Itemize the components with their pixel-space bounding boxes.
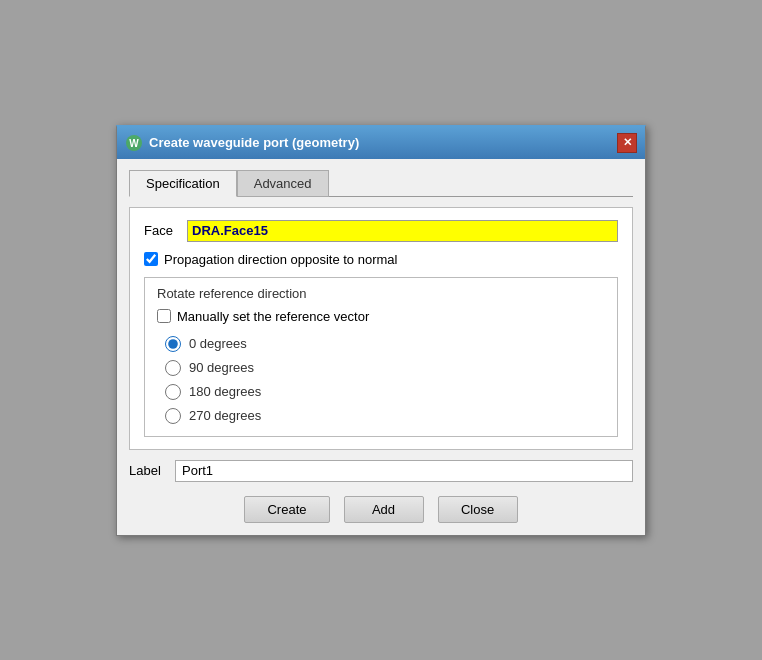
add-button[interactable]: Add — [344, 496, 424, 523]
label-field-input[interactable] — [175, 460, 633, 482]
face-row: Face — [144, 220, 618, 242]
radio-row-180deg: 180 degrees — [165, 384, 605, 400]
rotate-group-title: Rotate reference direction — [157, 286, 605, 301]
radio-90deg-label: 90 degrees — [189, 360, 254, 375]
radio-row-90deg: 90 degrees — [165, 360, 605, 376]
radio-options: 0 degrees 90 degrees 180 degrees 270 deg… — [157, 336, 605, 424]
radio-row-0deg: 0 degrees — [165, 336, 605, 352]
create-button[interactable]: Create — [244, 496, 329, 523]
close-button[interactable]: Close — [438, 496, 518, 523]
dialog-body: Specification Advanced Face Propagation … — [117, 159, 645, 535]
manual-checkbox-row: Manually set the reference vector — [157, 309, 605, 324]
radio-180deg-label: 180 degrees — [189, 384, 261, 399]
app-icon: W — [125, 134, 143, 152]
content-area: Face Propagation direction opposite to n… — [129, 207, 633, 450]
label-field-label: Label — [129, 463, 167, 478]
radio-270deg-label: 270 degrees — [189, 408, 261, 423]
close-window-button[interactable]: ✕ — [617, 133, 637, 153]
face-input[interactable] — [187, 220, 618, 242]
radio-180deg[interactable] — [165, 384, 181, 400]
face-label: Face — [144, 223, 179, 238]
title-bar-left: W Create waveguide port (geometry) — [125, 134, 359, 152]
manual-checkbox-label: Manually set the reference vector — [177, 309, 369, 324]
svg-text:W: W — [129, 138, 139, 149]
propagation-checkbox[interactable] — [144, 252, 158, 266]
radio-270deg[interactable] — [165, 408, 181, 424]
propagation-label: Propagation direction opposite to normal — [164, 252, 397, 267]
propagation-checkbox-row: Propagation direction opposite to normal — [144, 252, 618, 267]
radio-0deg[interactable] — [165, 336, 181, 352]
window-title: Create waveguide port (geometry) — [149, 135, 359, 150]
title-bar: W Create waveguide port (geometry) ✕ — [117, 127, 645, 159]
label-row: Label — [129, 460, 633, 482]
button-row: Create Add Close — [129, 496, 633, 523]
rotate-reference-group: Rotate reference direction Manually set … — [144, 277, 618, 437]
radio-0deg-label: 0 degrees — [189, 336, 247, 351]
tab-advanced[interactable]: Advanced — [237, 170, 329, 197]
dialog-window: W Create waveguide port (geometry) ✕ Spe… — [116, 125, 646, 536]
radio-90deg[interactable] — [165, 360, 181, 376]
manual-reference-checkbox[interactable] — [157, 309, 171, 323]
radio-row-270deg: 270 degrees — [165, 408, 605, 424]
tab-specification[interactable]: Specification — [129, 170, 237, 197]
tab-bar: Specification Advanced — [129, 169, 633, 197]
